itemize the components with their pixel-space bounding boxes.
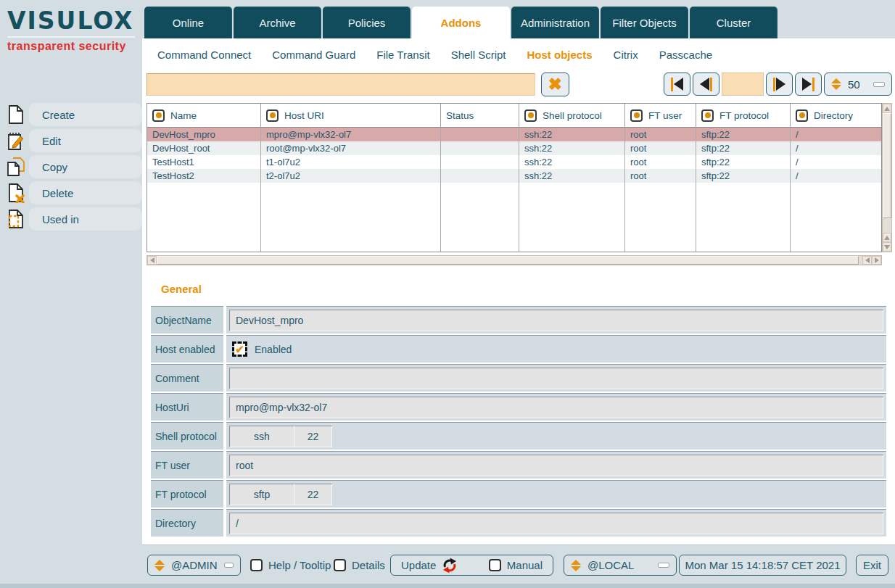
form-row-ft-user: FT user (151, 451, 886, 479)
local-context-value: @LOCAL (587, 559, 634, 571)
edit-document-icon (7, 131, 25, 151)
ft-port-field[interactable]: 22 (294, 484, 332, 505)
sidebar-item-label: Delete (42, 187, 73, 199)
field-label: HostUri (151, 393, 223, 421)
delete-document-icon (7, 183, 25, 203)
brand-name: VISULOX (7, 7, 135, 35)
scroll-up-icon[interactable] (883, 104, 891, 113)
column-header-ft-protocol[interactable]: FT protocol (696, 104, 791, 128)
column-header-status[interactable]: Status (441, 104, 519, 128)
subtab-host-objects[interactable]: Host objects (527, 49, 593, 61)
vertical-scroll-thumb[interactable] (883, 113, 891, 218)
update-button[interactable]: Update (401, 558, 458, 573)
scroll-left-icon[interactable] (147, 256, 157, 265)
sidebar-menu: Create Edit Copy (0, 103, 142, 231)
check-icon: ✔ (235, 344, 244, 355)
select-updown-icon (154, 560, 165, 571)
form-row-shell-protocol: Shell protocol ssh 22 (151, 422, 886, 450)
tab-archive[interactable]: Archive (234, 7, 321, 38)
subtab-citrix[interactable]: Citrix (614, 49, 638, 61)
page-size-select[interactable]: 50 (824, 73, 892, 96)
table-horizontal-scrollbar[interactable] (147, 255, 882, 265)
sidebar-item-copy[interactable]: Copy (0, 155, 142, 178)
tab-policies[interactable]: Policies (323, 7, 411, 38)
ft-protocol-select[interactable]: sftp (229, 484, 294, 505)
details-option: Details (334, 555, 385, 576)
sidebar-item-delete[interactable]: Delete (0, 181, 142, 204)
horizontal-scroll-thumb[interactable] (157, 256, 859, 265)
ft-user-field[interactable] (229, 455, 883, 476)
subtab-shell-script[interactable]: Shell Script (451, 49, 506, 61)
create-document-icon (7, 104, 25, 125)
datetime-display: Mon Mar 15 14:18:57 CET 2021 (679, 555, 846, 576)
sidebar-item-used-in[interactable]: Used in (0, 207, 142, 231)
tab-filter-objects[interactable]: Filter Objects (601, 7, 688, 38)
tab-administration[interactable]: Administration (511, 7, 599, 38)
column-radio-icon (796, 109, 808, 122)
tab-cluster[interactable]: Cluster (690, 7, 778, 38)
help-tooltip-checkbox[interactable] (250, 559, 263, 571)
clear-search-button[interactable]: ✖ (541, 73, 569, 96)
page-number-input[interactable] (722, 73, 764, 96)
bottom-edge-strip (0, 584, 895, 588)
hosturi-field[interactable] (229, 397, 883, 418)
shell-protocol-select[interactable]: ssh (229, 426, 294, 447)
details-label: Details (352, 559, 385, 571)
previous-page-button[interactable] (693, 73, 719, 96)
content-area: Command Connect Command Guard File Trans… (142, 38, 895, 545)
visulox-app: VISULOX transparent security Create Edit (0, 0, 895, 588)
scroll-up-icon[interactable] (883, 233, 891, 242)
exit-button[interactable]: Exit (856, 555, 888, 576)
main-tab-strip: Online Archive Policies Addons Administr… (142, 0, 895, 38)
local-context-select[interactable]: @LOCAL (564, 555, 677, 576)
shell-port-field[interactable]: 22 (294, 426, 332, 447)
tab-online[interactable]: Online (144, 7, 232, 38)
last-page-button[interactable] (795, 73, 822, 96)
search-input[interactable] (147, 73, 535, 96)
sidebar-item-label: Edit (42, 135, 61, 147)
directory-field[interactable] (229, 513, 883, 534)
select-updown-icon (571, 560, 581, 571)
scroll-down-icon[interactable] (883, 242, 891, 252)
copy-document-icon (7, 157, 25, 177)
scroll-right-icon[interactable] (872, 256, 881, 265)
sidebar-item-edit[interactable]: Edit (0, 129, 142, 152)
column-radio-icon (266, 109, 279, 122)
field-label: FT user (151, 451, 223, 479)
scroll-left-icon[interactable] (862, 256, 872, 265)
page-size-value: 50 (848, 78, 860, 91)
manual-option: Manual (489, 559, 543, 571)
drag-handle-icon (658, 563, 669, 568)
objectname-field[interactable] (229, 310, 883, 331)
tab-addons[interactable]: Addons (412, 7, 510, 38)
next-page-button[interactable] (766, 73, 793, 96)
column-header-directory[interactable]: Directory (791, 104, 881, 128)
subtab-file-transit[interactable]: File Transit (376, 49, 429, 61)
field-label: Host enabled (151, 335, 223, 363)
subtab-command-connect[interactable]: Command Connect (157, 49, 251, 61)
form-row-hosturi: HostUri (151, 393, 886, 421)
host-enabled-checkbox[interactable]: ✔ (232, 341, 247, 357)
column-header-shell-protocol[interactable]: Shell protocol (519, 104, 625, 128)
sidebar-item-create[interactable]: Create (0, 103, 142, 126)
details-checkbox[interactable] (334, 559, 346, 571)
host-objects-table: Name Host URI Status Shell protocol FT u… (147, 103, 882, 252)
sidebar-item-label: Used in (42, 213, 79, 225)
manual-checkbox[interactable] (489, 559, 501, 571)
first-page-button[interactable] (664, 73, 690, 96)
subtab-command-guard[interactable]: Command Guard (272, 49, 355, 61)
column-header-host-uri[interactable]: Host URI (261, 104, 441, 128)
comment-field[interactable] (229, 368, 883, 389)
column-header-name[interactable]: Name (147, 104, 261, 128)
table-vertical-scrollbar[interactable] (882, 103, 892, 252)
drag-handle-icon (873, 82, 885, 87)
detail-section-title: General (161, 283, 202, 295)
column-header-ft-user[interactable]: FT user (625, 104, 696, 128)
field-label: Comment (151, 364, 223, 392)
field-label: Shell protocol (151, 422, 223, 450)
subtab-passcache[interactable]: Passcache (659, 49, 712, 61)
admin-context-select[interactable]: @ADMIN (147, 555, 241, 576)
footer-bar: @ADMIN Help / Tooltip Details Update (142, 545, 895, 584)
form-row-ft-protocol: FT protocol sftp 22 (151, 480, 886, 508)
last-page-icon (802, 78, 812, 91)
